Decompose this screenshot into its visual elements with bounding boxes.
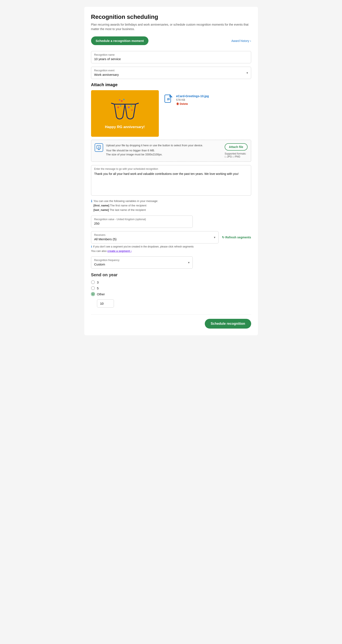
recognition-frequency-label: Recognition frequency — [94, 259, 120, 262]
upload-instructions: Upload your file by dropping it here or … — [106, 143, 222, 157]
delete-file-button[interactable]: 🗑 Delete — [176, 102, 209, 106]
file-name: eCard-Greetings-10.jpg — [176, 94, 209, 98]
file-info-row: eCard-Greetings-10.jpg 578 KB 🗑 Delete — [164, 94, 209, 106]
svg-rect-14 — [165, 95, 170, 97]
refresh-icon: ↻ — [222, 236, 224, 239]
svg-point-3 — [117, 106, 119, 108]
schedule-moment-button[interactable]: Schedule a recognition moment — [91, 36, 149, 45]
create-segment-link[interactable]: create a segment › — [107, 250, 132, 252]
upload-icon — [95, 143, 103, 152]
page-subtitle: Plan recurring awards for birthdays and … — [91, 22, 251, 31]
schedule-recognition-button[interactable]: Schedule recognition — [205, 319, 251, 328]
svg-point-5 — [121, 109, 122, 110]
file-icon — [164, 94, 173, 104]
radio-3-icon[interactable] — [91, 280, 95, 284]
trash-icon: 🗑 — [176, 102, 179, 106]
image-caption: Happy RG anniversary! — [105, 125, 145, 129]
recognition-name-label: Recognition name — [94, 53, 248, 56]
message-box[interactable]: Enter the message to go with your schedu… — [91, 165, 251, 196]
supported-formats: Supported formats: □ JPG □ PNG — [225, 152, 246, 158]
radio-5-icon[interactable] — [91, 286, 95, 290]
svg-point-11 — [125, 100, 127, 102]
recognition-name-value[interactable]: 10 years of service — [94, 57, 121, 61]
send-on-year-title: Send on year — [91, 272, 251, 277]
svg-point-4 — [120, 105, 121, 106]
recognition-value-field[interactable]: Recognition value - United Kingdom (opti… — [91, 216, 193, 228]
image-row: Happy RG anniversary! — [91, 90, 251, 137]
recognition-name-field: Recognition name 10 years of service — [91, 51, 251, 63]
refresh-segments-button[interactable]: ↻ Refresh segments — [222, 236, 251, 239]
svg-line-2 — [136, 103, 139, 104]
attach-image-title: Attach image — [91, 82, 251, 87]
message-label: Enter the message to go with your schedu… — [91, 165, 251, 171]
svg-line-0 — [111, 103, 114, 104]
radio-other-icon[interactable] — [91, 292, 95, 296]
receivers-section: Receivers All Members (5) ▾ ↻ Refresh se… — [91, 231, 251, 252]
recognition-event-label: Recognition event — [94, 69, 119, 72]
svg-point-8 — [131, 110, 132, 111]
glasses-illustration — [110, 98, 140, 123]
variables-hint: ℹ You can use the following variables in… — [91, 199, 251, 212]
recognition-frequency-value: Custom — [94, 262, 105, 266]
recognition-event-value: Work anniversary — [94, 73, 119, 76]
attach-file-button[interactable]: Attach file — [225, 143, 248, 150]
svg-point-7 — [131, 105, 132, 106]
receivers-value: All Members (5) — [94, 237, 117, 241]
variables-text: You can use the following variables in y… — [94, 199, 158, 212]
year-option-3-label: 3 — [97, 280, 99, 284]
svg-point-9 — [121, 100, 122, 102]
recognition-frequency-field[interactable]: Recognition frequency Custom ▾ — [91, 256, 193, 269]
receivers-field[interactable]: Receivers All Members (5) ▾ — [91, 231, 219, 244]
upload-area[interactable]: Upload your file by dropping it here or … — [91, 140, 251, 162]
recognition-event-chevron-icon: ▾ — [246, 71, 248, 74]
recognition-value-label: Recognition value - United Kingdom (opti… — [94, 218, 190, 221]
award-history-link[interactable]: Award history › — [231, 39, 251, 42]
receivers-row: Receivers All Members (5) ▾ ↻ Refresh se… — [91, 231, 251, 244]
recognition-value-value: 250 — [94, 222, 100, 225]
info-icon-receivers: ℹ — [91, 245, 92, 248]
receivers-chevron-icon: ▾ — [214, 236, 215, 239]
svg-point-12 — [119, 99, 120, 100]
bottom-bar: Schedule recognition — [91, 314, 251, 328]
year-option-other-label: Other — [97, 292, 105, 296]
file-size: 578 KB — [176, 98, 209, 102]
custom-year-input[interactable] — [97, 299, 114, 308]
message-textarea[interactable]: Thank you for all your hard work and val… — [91, 171, 251, 194]
add-image-icon — [96, 145, 102, 150]
attachment-icon — [164, 94, 173, 104]
year-option-5-label: 5 — [97, 286, 99, 290]
svg-point-10 — [123, 99, 124, 100]
svg-point-6 — [128, 106, 130, 108]
info-icon: ℹ — [91, 199, 92, 203]
recognition-frequency-chevron-icon: ▾ — [188, 261, 190, 264]
file-details: eCard-Greetings-10.jpg 578 KB 🗑 Delete — [176, 94, 209, 106]
image-preview: Happy RG anniversary! — [91, 90, 159, 137]
receivers-hint: ℹ If you don't see a segment you've crea… — [91, 245, 251, 248]
year-option-5[interactable]: 5 — [91, 286, 251, 290]
recognition-event-field[interactable]: Recognition event Work anniversary ▾ — [91, 67, 251, 79]
receivers-label: Receivers — [94, 234, 117, 236]
header-row: Schedule a recognition moment Award hist… — [91, 36, 251, 45]
upload-right-panel: Attach file Supported formats: □ JPG □ P… — [225, 143, 248, 158]
create-segment-row: You can also create a segment › — [91, 250, 251, 252]
page-title: Recognition scheduling — [91, 14, 251, 20]
year-option-other[interactable]: Other — [91, 292, 251, 296]
year-option-3[interactable]: 3 — [91, 280, 251, 284]
attach-image-section: Attach image — [91, 82, 251, 162]
